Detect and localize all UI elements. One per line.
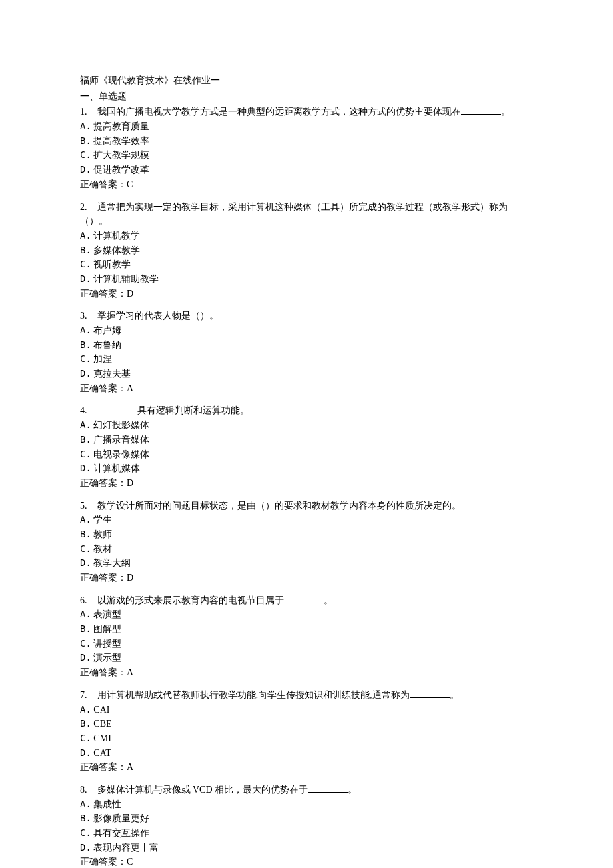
option-text: CAT xyxy=(93,748,111,758)
question-option[interactable]: C. 电视录像媒体 xyxy=(80,447,533,462)
question: 6. 以游戏的形式来展示教育内容的电视节目属于。A. 表演型B. 图解型C. 讲… xyxy=(80,593,533,680)
option-label: B. xyxy=(80,527,91,542)
question-option[interactable]: A. 幻灯投影媒体 xyxy=(80,418,533,433)
question: 3. 掌握学习的代表人物是（）。A. 布卢姆B. 布鲁纳C. 加涅D. 克拉夫基… xyxy=(80,309,533,395)
fill-blank xyxy=(308,783,348,793)
question-option[interactable]: C. CMI xyxy=(80,731,533,746)
document-title: 福师《现代教育技术》在线作业一 xyxy=(80,73,533,88)
question-option[interactable]: C. 视听教学 xyxy=(80,257,533,272)
option-text: 提高教学效率 xyxy=(93,136,149,146)
question-stem: 1. 我国的广播电视大学教学方式是一种典型的远距离教学方式，这种方式的优势主要体… xyxy=(80,105,533,119)
option-label: A. xyxy=(80,418,91,433)
correct-answer: 正确答案：C xyxy=(80,177,533,192)
answer-label: 正确答案： xyxy=(80,762,127,772)
question-option[interactable]: C. 讲授型 xyxy=(80,637,533,651)
option-text: 布卢姆 xyxy=(93,325,121,335)
answer-value: A xyxy=(127,383,133,393)
stem-text-pre: 用计算机帮助或代替教师执行教学功能,向学生传授知识和训练技能,通常称为 xyxy=(97,690,410,700)
question-option[interactable]: B. 布鲁纳 xyxy=(80,338,533,353)
question-option[interactable]: A. 学生 xyxy=(80,513,533,527)
question: 2. 通常把为实现一定的教学目标，采用计算机这种媒体（工具）所完成的教学过程（或… xyxy=(80,200,533,301)
question-option[interactable]: B. 教师 xyxy=(80,527,533,542)
question-option[interactable]: B. 影像质量更好 xyxy=(80,811,533,826)
answer-value: C xyxy=(127,179,133,189)
option-text: 讲授型 xyxy=(93,639,121,649)
option-label: A. xyxy=(80,607,91,622)
option-label: A. xyxy=(80,703,91,717)
question-option[interactable]: D. 计算机媒体 xyxy=(80,461,533,476)
question-option[interactable]: A. 集成性 xyxy=(80,797,533,812)
option-text: CMI xyxy=(93,733,111,743)
stem-text-pre: 我国的广播电视大学教学方式是一种典型的远距离教学方式，这种方式的优势主要体现在 xyxy=(97,107,461,117)
option-text: 教学大纲 xyxy=(93,558,131,568)
option-text: 幻灯投影媒体 xyxy=(93,420,149,430)
question-number: 6. xyxy=(80,593,95,608)
question-option[interactable]: B. 提高教学效率 xyxy=(80,134,533,149)
option-label: D. xyxy=(80,651,91,665)
question-stem: 4. 具有逻辑判断和运算功能。 xyxy=(80,403,533,418)
question-option[interactable]: B. 多媒体教学 xyxy=(80,243,533,258)
question-stem: 5. 教学设计所面对的问题目标状态，是由（）的要求和教材教学内容本身的性质所决定… xyxy=(80,499,533,513)
option-text: 提高教育质量 xyxy=(93,121,149,131)
question-option[interactable]: B. 广播录音媒体 xyxy=(80,433,533,447)
question-stem: 3. 掌握学习的代表人物是（）。 xyxy=(80,309,533,323)
correct-answer: 正确答案：D xyxy=(80,476,533,491)
stem-text-post: 。 xyxy=(348,785,357,795)
question-option[interactable]: A. 计算机教学 xyxy=(80,229,533,243)
answer-label: 正确答案： xyxy=(80,667,127,677)
question: 1. 我国的广播电视大学教学方式是一种典型的远距离教学方式，这种方式的优势主要体… xyxy=(80,105,533,191)
option-text: 表演型 xyxy=(93,609,121,619)
question: 4. 具有逻辑判断和运算功能。A. 幻灯投影媒体B. 广播录音媒体C. 电视录像… xyxy=(80,403,533,490)
option-text: 扩大教学规模 xyxy=(93,150,149,160)
stem-text-post: 。 xyxy=(501,107,510,117)
question-option[interactable]: C. 教材 xyxy=(80,542,533,557)
option-label: C. xyxy=(80,352,91,367)
option-text: 视听教学 xyxy=(93,259,131,269)
option-label: D. xyxy=(80,841,91,855)
question-option[interactable]: C. 扩大教学规模 xyxy=(80,148,533,163)
question-option[interactable]: A. CAI xyxy=(80,703,533,717)
correct-answer: 正确答案：D xyxy=(80,571,533,585)
answer-label: 正确答案： xyxy=(80,478,127,488)
question-number: 8. xyxy=(80,783,95,797)
option-text: CBE xyxy=(93,719,111,729)
stem-text-post: 具有逻辑判断和运算功能。 xyxy=(137,405,249,415)
option-text: 学生 xyxy=(93,515,112,525)
question-option[interactable]: B. 图解型 xyxy=(80,622,533,637)
answer-label: 正确答案： xyxy=(80,179,127,189)
option-text: 电视录像媒体 xyxy=(93,449,149,459)
fill-blank xyxy=(284,593,324,603)
option-text: 布鲁纳 xyxy=(93,340,121,350)
option-text: 影像质量更好 xyxy=(93,813,149,823)
question-option[interactable]: C. 加涅 xyxy=(80,352,533,367)
option-text: 具有交互操作 xyxy=(93,828,149,838)
question-option[interactable]: D. CAT xyxy=(80,746,533,761)
question-option[interactable]: C. 具有交互操作 xyxy=(80,826,533,841)
option-text: 广播录音媒体 xyxy=(93,435,149,445)
question-option[interactable]: D. 演示型 xyxy=(80,651,533,665)
question-option[interactable]: B. CBE xyxy=(80,717,533,731)
question-option[interactable]: A. 表演型 xyxy=(80,607,533,622)
answer-value: D xyxy=(127,478,133,488)
option-text: 演示型 xyxy=(93,653,121,663)
question: 5. 教学设计所面对的问题目标状态，是由（）的要求和教材教学内容本身的性质所决定… xyxy=(80,499,533,585)
stem-text-pre: 多媒体计算机与录像或 VCD 相比，最大的优势在于 xyxy=(97,785,308,795)
option-label: B. xyxy=(80,338,91,353)
option-label: B. xyxy=(80,433,91,447)
option-text: CAI xyxy=(93,705,109,715)
option-label: A. xyxy=(80,119,91,134)
question-number: 2. xyxy=(80,200,95,215)
question-option[interactable]: D. 克拉夫基 xyxy=(80,367,533,381)
question-option[interactable]: A. 提高教育质量 xyxy=(80,119,533,134)
fill-blank xyxy=(410,688,450,698)
question-option[interactable]: D. 计算机辅助教学 xyxy=(80,272,533,287)
option-text: 图解型 xyxy=(93,624,121,634)
question-number: 4. xyxy=(80,403,95,418)
question-option[interactable]: A. 布卢姆 xyxy=(80,323,533,338)
question-option[interactable]: D. 教学大纲 xyxy=(80,556,533,571)
option-text: 教材 xyxy=(93,544,112,554)
question-option[interactable]: D. 促进教学改革 xyxy=(80,163,533,177)
question-stem: 2. 通常把为实现一定的教学目标，采用计算机这种媒体（工具）所完成的教学过程（或… xyxy=(80,200,533,229)
correct-answer: 正确答案：A xyxy=(80,665,533,680)
question-option[interactable]: D. 表现内容更丰富 xyxy=(80,841,533,855)
